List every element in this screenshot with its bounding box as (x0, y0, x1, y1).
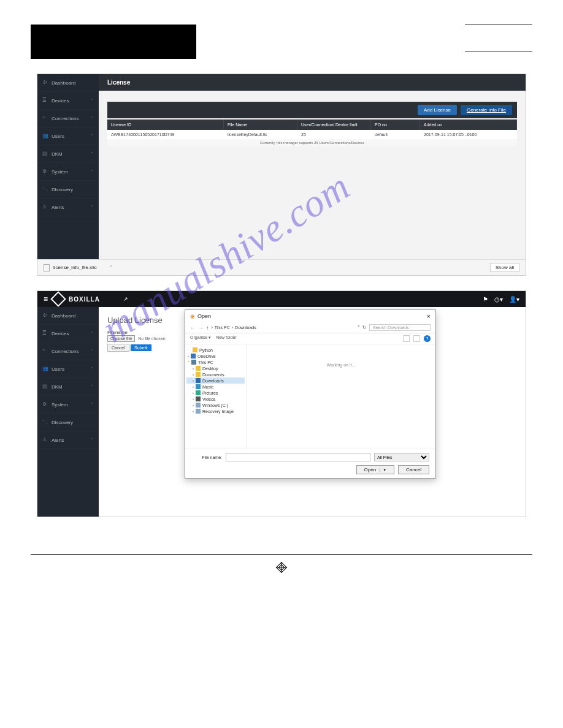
flag-icon[interactable]: ⚑ (483, 296, 488, 303)
chevron-down-icon[interactable]: ˅ (358, 325, 360, 330)
sidebar-item-dkm[interactable]: ▤DKM⌃ (37, 145, 99, 163)
generate-info-file-button[interactable]: Generate Info File (461, 105, 512, 115)
tree-item-label: Videos (202, 397, 215, 401)
tree-item[interactable]: ›Music (186, 384, 245, 390)
filename-label: File name: (191, 455, 222, 460)
choose-file-button[interactable]: Choose file (107, 335, 135, 342)
file-icon (44, 264, 50, 271)
menu-icon[interactable]: ≡ (44, 295, 48, 303)
cancel-button[interactable]: Cancel (107, 344, 129, 352)
col-license-id: License ID (107, 119, 224, 130)
tree-item[interactable]: ˅This PC (186, 359, 245, 365)
add-license-button[interactable]: Add License (418, 105, 457, 115)
cell-file-name: licenseKeyDefault.lic (224, 130, 297, 139)
sidebar-item-label: Discovery (52, 187, 94, 192)
chevron-down-icon: ⌃ (90, 349, 94, 354)
chevron-right-icon: › (193, 403, 194, 407)
discovery-icon: ⋱ (42, 419, 48, 425)
tree-item[interactable]: ›Desktop (186, 365, 245, 371)
tree-item-selected[interactable]: ›Downloads (186, 377, 245, 384)
chevron-down-icon: ˅ (188, 360, 190, 365)
sidebar-item-users[interactable]: 👥Users⌃ (37, 360, 99, 378)
cell-po-no: default (371, 130, 420, 139)
sidebar-item-discovery[interactable]: ⋱Discovery (37, 181, 99, 199)
breadcrumb[interactable]: › This PC › Downloads ˅ (212, 325, 361, 330)
chevron-down-icon: ⌃ (90, 169, 94, 174)
tree-item-label: Desktop (202, 366, 218, 371)
tree-item[interactable]: ›Recovery Image (186, 408, 245, 414)
tree-item[interactable]: ›Pictures (186, 390, 245, 396)
submit-button[interactable]: Submit (131, 344, 151, 351)
table-header: License ID File Name User/Connection/ De… (107, 119, 517, 130)
chevron-right-icon: › (193, 391, 194, 395)
sidebar-item-connections[interactable]: ⌔Connections⌃ (37, 343, 99, 360)
chevron-right-icon: › (193, 379, 194, 382)
user-menu-icon[interactable]: 👤▾ (509, 296, 519, 303)
tree-item-label: Recovery Image (202, 409, 234, 414)
nav-up-icon[interactable]: ↑ (206, 325, 209, 331)
alert-icon: ⚠ (42, 204, 48, 210)
help-icon[interactable]: ? (424, 335, 431, 342)
search-input[interactable]: Search Downloads (369, 324, 431, 331)
sidebar-item-label: Dashboard (52, 80, 94, 86)
sidebar-item-label: Devices (52, 98, 90, 104)
sidebar-item-label: DKM (52, 384, 90, 390)
nav-forward-icon[interactable]: → (198, 325, 204, 331)
view-mode-icon[interactable] (403, 335, 410, 342)
breadcrumb-folder[interactable]: Downloads (235, 325, 256, 330)
table-summary: Currently, this manager supports 25 User… (107, 139, 517, 146)
breadcrumb-root[interactable]: This PC (215, 325, 230, 330)
tree-item[interactable]: ›OneDrive (186, 353, 245, 359)
tree-item[interactable]: ›Windows (C:) (186, 402, 245, 408)
new-folder-button[interactable]: New folder (216, 335, 236, 339)
col-device-limit: User/Connection/ Device limit (297, 119, 371, 130)
sidebar-item-alerts[interactable]: ⚠Alerts⌃ (37, 199, 99, 216)
tree-item[interactable]: ›Videos (186, 396, 245, 402)
discovery-icon: ⋱ (42, 186, 48, 192)
gear-icon: ⚙ (42, 401, 48, 408)
sidebar-item-dashboard[interactable]: ⏱Dashboard (37, 74, 99, 92)
preview-pane-icon[interactable] (413, 335, 420, 342)
drive-icon (196, 403, 201, 408)
sidebar-item-alerts[interactable]: ⚠Alerts⌃ (37, 431, 99, 449)
downloaded-file[interactable]: license_info_file.xlic ⌃ (44, 264, 113, 271)
chevron-right-icon: › (193, 397, 194, 401)
nav-back-icon[interactable]: ← (190, 325, 196, 331)
dkm-icon: ▤ (42, 384, 48, 390)
close-icon[interactable]: × (427, 313, 431, 320)
server-icon: ≣ (42, 330, 48, 336)
sidebar-item-connections[interactable]: ⌔Connections⌃ (37, 110, 99, 127)
dialog-title: Open (197, 313, 211, 319)
chevron-down-icon: ⌃ (90, 438, 94, 442)
show-all-button[interactable]: Show all (490, 263, 519, 272)
gauge-icon: ⏱ (42, 80, 48, 86)
file-filter-select[interactable]: All Files (374, 453, 429, 461)
organise-menu[interactable]: Organise ▾ (190, 335, 211, 339)
sidebar-item-dkm[interactable]: ▤DKM⌃ (37, 378, 99, 396)
filename-input[interactable] (226, 453, 370, 461)
refresh-icon[interactable]: ↻ (362, 325, 367, 330)
chevron-right-icon: › (188, 354, 189, 358)
tree-item[interactable]: Python (186, 347, 245, 353)
sidebar-item-label: Users (52, 134, 90, 139)
sidebar-item-system[interactable]: ⚙System⌃ (37, 163, 99, 181)
users-icon: 👥 (42, 133, 48, 139)
clock-icon[interactable]: ◷▾ (494, 296, 503, 303)
sidebar-item-devices[interactable]: ≣Devices⌃ (37, 325, 99, 343)
open-button[interactable]: Open▼ (356, 465, 395, 474)
music-icon (196, 384, 201, 389)
sidebar-item-devices[interactable]: ≣Devices⌃ (37, 92, 99, 110)
sidebar-item-system[interactable]: ⚙System⌃ (37, 396, 99, 414)
file-open-dialog: ◉Open × ← → ↑ › This PC › Downloads (185, 309, 436, 479)
tree-item[interactable]: ›Documents (186, 371, 245, 377)
sidebar-item-discovery[interactable]: ⋱Discovery (37, 414, 99, 431)
page-title: License (99, 74, 526, 91)
col-po-no: PO no (371, 119, 420, 130)
external-link-icon[interactable]: ↗ (123, 296, 128, 302)
alert-icon: ⚠ (42, 437, 48, 443)
sidebar-item-label: Connections (52, 349, 90, 354)
sidebar-item-dashboard[interactable]: ⏱Dashboard (37, 307, 99, 325)
sidebar-item-users[interactable]: 👥Users⌃ (37, 127, 99, 145)
cancel-button[interactable]: Cancel (398, 465, 429, 474)
open-dropdown-icon[interactable]: ▼ (380, 468, 386, 472)
